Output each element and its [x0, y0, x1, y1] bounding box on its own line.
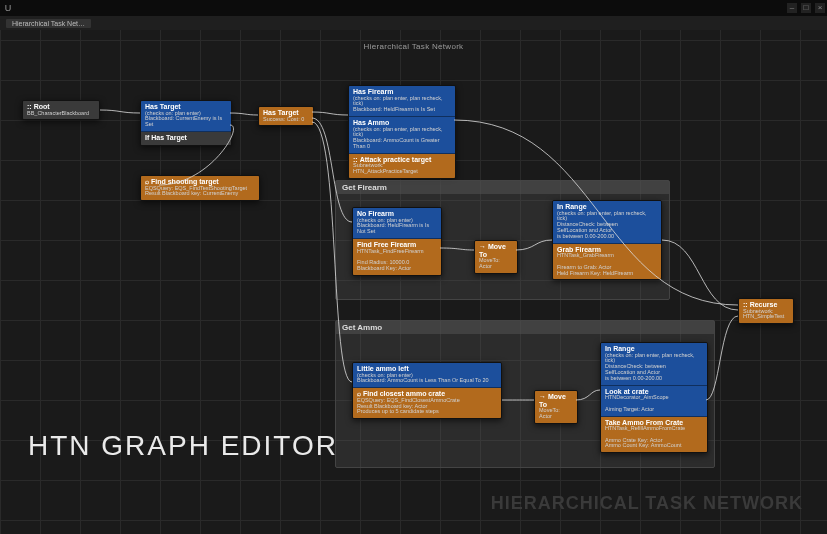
arrow-right-icon: → [479, 243, 486, 251]
window-titlebar: U – □ × [0, 0, 827, 16]
find-shooting-sub: EQSQuery: EQS_FindTestShootingTarget Res… [145, 186, 255, 198]
footer-watermark: HIERARCHICAL TASK NETWORK [491, 493, 803, 514]
take-sub: HTNTask_RefillAmmoFromCrate Ammo Crate K… [605, 426, 703, 449]
find-free-sub: HTNTask_FindFreeFirearm Find Radius: 100… [357, 249, 437, 272]
arrow-right-icon: → [539, 393, 546, 401]
root-sub: BB_CharacterBlackboard [27, 111, 95, 117]
get-ammo-group-title: Get Ammo [336, 321, 714, 334]
no-firearm-sub: (checks on: plan enter) Blackboard: Held… [357, 218, 437, 235]
minimize-button[interactable]: – [787, 3, 797, 13]
grab-sub: HTNTask_GrabFirearm Firearm to Grab: Act… [557, 253, 657, 276]
close-button[interactable]: × [815, 3, 825, 13]
engine-logo-icon: U [0, 3, 16, 13]
firearm-moveto-node[interactable]: →Move To MoveTo: Actor [474, 240, 518, 274]
has-firearm-sub: (checks on: plan enter, plan recheck, ti… [353, 96, 451, 113]
has-target-orange-node[interactable]: Has Target Success: Cost: 0 [258, 106, 314, 126]
attack-cluster-node[interactable]: Has Firearm (checks on: plan enter, plan… [348, 85, 456, 179]
maximize-button[interactable]: □ [801, 3, 811, 13]
graph-title: Hierarchical Task Network [0, 42, 827, 51]
little-ammo-node[interactable]: Little ammo left (checks on: plan enter)… [352, 362, 502, 419]
has-target-node[interactable]: Has Target (checks on: plan enter) Black… [140, 100, 232, 146]
firearm-moveto-sub: MoveTo: Actor [479, 258, 513, 270]
has-target-sub: (checks on: plan enter) Blackboard: Curr… [145, 111, 227, 128]
ammo-inrange-node[interactable]: In Range (checks on: plan enter, plan re… [600, 342, 708, 453]
recurse-sub: Subnetwork: HTN_SimpleTest [743, 309, 789, 321]
ammo-moveto-sub: MoveTo: Actor [539, 408, 573, 420]
ammo-inrange-sub: (checks on: plan enter, plan recheck, ti… [605, 353, 703, 382]
get-firearm-group-title: Get Firearm [336, 181, 669, 194]
recurse-title: Recurse [750, 301, 778, 308]
if-has-target-title: If Has Target [145, 134, 227, 142]
window-controls: – □ × [787, 3, 825, 13]
no-firearm-node[interactable]: No Firearm (checks on: plan enter) Black… [352, 207, 442, 276]
little-ammo-sub: (checks on: plan enter) Blackboard: Ammo… [357, 373, 497, 385]
find-shooting-title: Find shooting target [151, 178, 219, 185]
has-ammo-sub: (checks on: plan enter, plan recheck, ti… [353, 127, 451, 150]
recurse-node[interactable]: ::Recurse Subnetwork: HTN_SimpleTest [738, 298, 794, 324]
firearm-inrange-sub: (checks on: plan enter, plan recheck, ti… [557, 211, 657, 240]
attack-sub: Subnetwork: HTN_AttackPracticeTarget [353, 163, 451, 175]
asset-tab[interactable]: Hierarchical Task Net… [6, 19, 91, 28]
firearm-inrange-node[interactable]: In Range (checks on: plan enter, plan re… [552, 200, 662, 280]
editor-toolbar: Hierarchical Task Net… [0, 16, 827, 30]
find-shooting-node[interactable]: ⌕Find shooting target EQSQuery: EQS_Find… [140, 175, 260, 201]
has-target-orange-sub: Success: Cost: 0 [263, 117, 309, 123]
root-node[interactable]: ::Root BB_CharacterBlackboard [22, 100, 100, 120]
overlay-title: HTN GRAPH EDITOR [28, 430, 338, 462]
find-crate-sub: EQSQuery: EQS_FindClosestAmmoCrate Resul… [357, 398, 497, 415]
ammo-moveto-node[interactable]: →Move To MoveTo: Actor [534, 390, 578, 424]
look-sub: HTNDecorator_AimScope Aiming Target: Act… [605, 395, 703, 412]
root-title: Root [34, 103, 50, 110]
